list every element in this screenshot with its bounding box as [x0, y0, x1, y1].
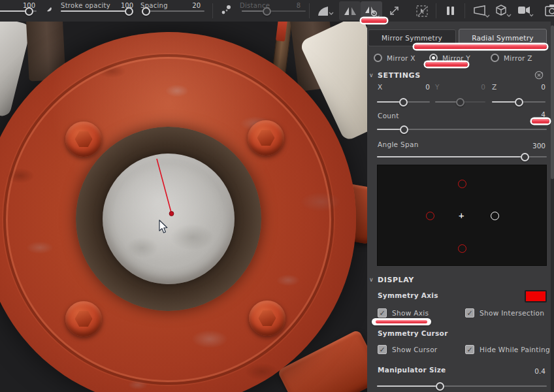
symmetry-point-active [491, 212, 499, 220]
panel-scrollbar-thumb[interactable] [551, 25, 554, 179]
manipulator-size-label: Manipulator Size [378, 366, 446, 374]
y-axis-label: Y [435, 83, 440, 91]
symmetry-axis-line [0, 22, 367, 392]
x-offset-slider[interactable] [377, 97, 430, 106]
symmetry-center-cross: + [459, 210, 464, 221]
display-section-header[interactable]: DISPLAY [378, 276, 414, 284]
z-axis-label: Z [492, 83, 497, 91]
radial-symmetry-settings-button[interactable] [361, 1, 382, 20]
viewport-3d[interactable] [0, 22, 367, 392]
x-offset-slider-knob[interactable] [399, 98, 408, 106]
angle-span-label: Angle Span [378, 140, 419, 148]
hide-while-painting-label: Hide While Painting [480, 346, 550, 353]
hide-while-painting-checkbox[interactable]: ✓ [465, 345, 474, 354]
camera-icon[interactable] [517, 5, 534, 17]
panel-scrollbar[interactable] [551, 22, 554, 392]
toolbar-divider [464, 3, 465, 18]
annotation-toolbar-symmetry [361, 18, 387, 23]
z-offset-slider-knob[interactable] [515, 98, 523, 106]
screenshot-camera-icon[interactable] [545, 4, 554, 17]
count-slider[interactable] [377, 125, 547, 134]
toolbar-divider [212, 3, 213, 18]
x-axis-value: 0 [410, 83, 430, 91]
radio-mirror-y[interactable] [429, 54, 438, 62]
count-label: Count [378, 112, 399, 120]
top-toolbar: 100 Stroke opacity 100 Spacing 20 Distan… [0, 0, 554, 22]
lazy-transform-icon[interactable] [388, 5, 401, 17]
falloff-curve-icon[interactable] [317, 5, 334, 17]
x-axis-label: X [378, 83, 383, 91]
z-axis-value: 0 [526, 83, 546, 91]
radio-mirror-y-label: Mirror Y [442, 54, 470, 62]
annotation-mirror-y [425, 62, 468, 67]
mouse-cursor [159, 220, 170, 234]
show-intersection-label: Show Intersection [480, 309, 544, 317]
chevron-down-icon[interactable]: ∨ [369, 276, 374, 283]
angle-span-slider-knob[interactable] [521, 153, 529, 161]
annotation-show-axis [372, 318, 431, 325]
symmetry-settings-gear-icon [364, 5, 380, 18]
mirror-symmetry-button[interactable] [339, 1, 361, 20]
count-slider-knob[interactable] [400, 125, 408, 134]
mirror-icon [344, 5, 357, 17]
radio-mirror-x-label: Mirror X [387, 54, 416, 62]
y-offset-slider [435, 97, 485, 106]
settings-section-header[interactable]: SETTINGS [378, 71, 421, 80]
radio-mirror-z-label: Mirror Z [504, 54, 532, 62]
stroke-opacity-slider-knob[interactable] [125, 7, 133, 16]
viewport-perspective-icon[interactable] [472, 5, 491, 18]
distance-slider [242, 7, 306, 16]
stroke-style-dots-icon[interactable] [220, 5, 233, 17]
manipulator-size-slider-knob[interactable] [436, 382, 444, 391]
show-axis-label: Show Axis [392, 309, 429, 317]
tab-radial-symmetry[interactable]: Radial Symmetry [459, 29, 547, 46]
show-cursor-checkbox[interactable]: ✓ [378, 345, 387, 354]
show-cursor-label: Show Cursor [392, 346, 437, 353]
count-value: 4 [517, 110, 546, 118]
symmetry-point-top [458, 180, 466, 188]
manipulator-size-slider[interactable] [377, 382, 547, 391]
stroke-opacity-slider[interactable] [61, 7, 133, 16]
radio-mirror-z[interactable] [491, 54, 499, 62]
radio-mirror-x[interactable] [374, 54, 382, 62]
distance-slider-knob [263, 7, 271, 16]
show-intersection-checkbox[interactable]: ✓ [465, 308, 474, 318]
z-offset-slider[interactable] [492, 97, 546, 106]
symmetry-axis-color-swatch[interactable] [525, 290, 547, 302]
show-axis-checkbox[interactable]: ✓ [378, 308, 387, 318]
manipulator-size-value: 0.4 [517, 367, 546, 375]
symmetry-cursor-label: Symmetry Cursor [378, 329, 448, 337]
no-reference-icon[interactable] [416, 5, 429, 18]
spacing-slider[interactable] [142, 7, 204, 16]
symmetry-point-bottom [458, 244, 466, 253]
toolbar-divider [436, 3, 436, 18]
angle-span-slider[interactable] [377, 152, 547, 161]
brush-tip-icon[interactable] [42, 5, 54, 16]
annotation-count-value [532, 119, 549, 123]
annotation-radial-tab [414, 44, 547, 49]
brush-size-slider[interactable] [0, 7, 37, 16]
y-axis-value: 0 [466, 83, 485, 91]
chevron-down-icon[interactable]: ∨ [369, 72, 374, 78]
angle-span-value: 300 [517, 142, 546, 150]
symmetry-axis-label: Symmetry Axis [378, 291, 438, 299]
app-window: 100 Stroke opacity 100 Spacing 20 Distan… [0, 0, 554, 392]
toolbar-divider [309, 3, 310, 18]
spacing-slider-knob[interactable] [142, 7, 150, 16]
cube-icon[interactable] [495, 4, 512, 18]
y-offset-slider-knob [456, 98, 464, 106]
radial-symmetry-preview: + [377, 165, 547, 266]
symmetry-panel: Mirror Symmetry Radial Symmetry Mirror X… [367, 22, 554, 392]
brush-size-slider-knob[interactable] [25, 7, 33, 16]
symmetry-point-left [426, 212, 434, 220]
reset-settings-icon[interactable] [534, 70, 544, 80]
pause-icon[interactable] [446, 5, 455, 16]
